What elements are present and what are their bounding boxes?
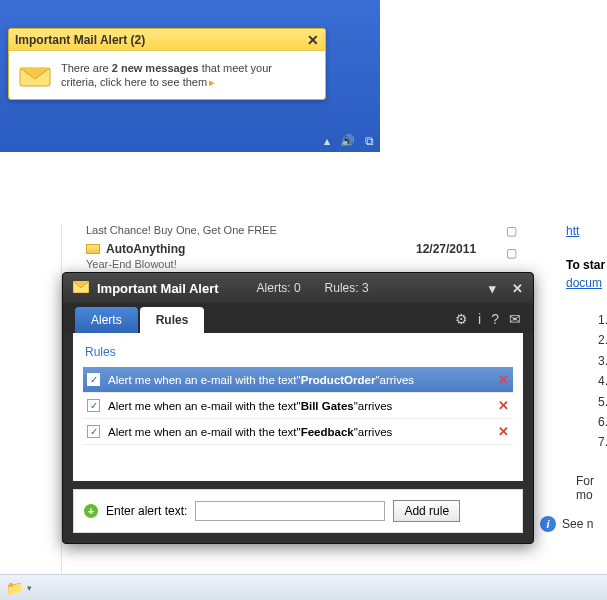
rules-panel: Rules ✓ Alert me when an e-mail with the… [73,333,523,481]
important-mail-alert-dialog: Important Mail Alert Alerts: 0 Rules: 3 … [62,272,534,544]
gear-icon[interactable]: ⚙ [455,311,468,327]
text-fragment: For mo [576,474,607,502]
rule-keyword: Bill Gates [301,400,354,412]
tab-row: Alerts Rules ⚙ i ? ✉ [63,303,533,333]
rule-keyword: ProductOrder [301,374,376,386]
delete-icon[interactable]: ✕ [498,398,509,413]
rule-row[interactable]: ✓ Alert me when an e-mail with the text … [83,419,513,445]
notification-body[interactable]: There are 2 new messages that meet your … [9,51,325,99]
rule-row[interactable]: ✓ Alert me when an e-mail with the text … [83,393,513,419]
checkbox[interactable]: ✓ [87,399,100,412]
system-tray: ▴ 🔊 ⧉ [324,134,374,148]
rule-keyword: Feedback [301,426,354,438]
envelope-icon [73,280,89,296]
add-rule-label: Enter alert text: [106,504,187,518]
checkbox[interactable]: ✓ [87,373,100,386]
mail-subject[interactable]: Last Chance! Buy One, Get One FREE [86,224,277,236]
mail-date: 12/27/2011 [416,242,476,256]
desktop-area: Important Mail Alert (2) ✕ There are 2 n… [0,0,380,152]
link-fragment[interactable]: docum [566,276,602,290]
chevron-down-icon: ▾ [27,583,32,593]
dialog-titlebar: Important Mail Alert Alerts: 0 Rules: 3 … [63,273,533,303]
flag-icon[interactable]: ▢ [506,246,517,260]
tab-alerts[interactable]: Alerts [75,307,138,333]
mail-icon[interactable]: ✉ [509,311,521,327]
tray-up-icon[interactable]: ▴ [324,134,330,148]
notification-title: Important Mail Alert (2) [15,33,145,47]
arrow-icon: ▸ [209,76,215,88]
help-icon[interactable]: ? [491,311,499,327]
mail-row[interactable]: AutoAnything 12/27/2011 [86,242,185,256]
delete-icon[interactable]: ✕ [498,424,509,439]
info-icon: i [540,516,556,532]
close-icon[interactable]: ✕ [512,281,523,296]
tray-speaker-icon[interactable]: 🔊 [340,134,355,148]
info-text[interactable]: See n [562,517,593,531]
tab-rules[interactable]: Rules [140,307,205,333]
status-bar: 📁 ▾ [0,574,607,600]
plus-icon: + [84,504,98,518]
envelope-icon [86,244,100,254]
notification-header: Important Mail Alert (2) ✕ [9,29,325,51]
rule-row[interactable]: ✓ Alert me when an e-mail with the text … [83,367,513,393]
rules-heading: Rules [85,345,513,359]
add-rule-row: + Enter alert text: Add rule [73,489,523,533]
dialog-stats: Alerts: 0 Rules: 3 [257,281,369,295]
tab-toolbar: ⚙ i ? ✉ [455,311,521,333]
alert-text-input[interactable] [195,501,385,521]
footer-folder-button[interactable]: 📁 ▾ [6,580,32,596]
mail-alert-notification[interactable]: Important Mail Alert (2) ✕ There are 2 n… [8,28,326,100]
close-icon[interactable]: ✕ [307,32,319,48]
numbered-list: 1. 2. 3. 4. 5. 6. 7. [598,310,607,453]
notification-text: There are 2 new messages that meet your … [61,61,272,90]
link-fragment[interactable]: htt [566,224,579,238]
envelope-icon [17,60,53,90]
dialog-title: Important Mail Alert [97,281,219,296]
text-fragment: To star [566,258,605,272]
info-row: i See n [540,516,593,532]
rules-count: Rules: 3 [325,281,369,295]
alerts-count: Alerts: 0 [257,281,301,295]
mail-subject: Year-End Blowout! [86,258,177,270]
mail-nav-strip [0,224,62,584]
chevron-down-icon[interactable]: ▾ [489,281,496,296]
folder-icon: 📁 [6,580,23,596]
info-icon[interactable]: i [478,311,481,327]
mail-from: AutoAnything [106,242,185,256]
checkbox[interactable]: ✓ [87,425,100,438]
add-rule-button[interactable]: Add rule [393,500,460,522]
flag-icon[interactable]: ▢ [506,224,517,238]
delete-icon[interactable]: ✕ [498,372,509,387]
tray-sync-icon[interactable]: ⧉ [365,134,374,148]
